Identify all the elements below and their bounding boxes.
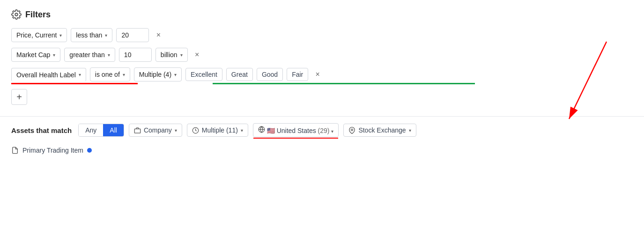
remove-filter-2-button[interactable]: × [192,49,203,60]
chevron-down-icon: ▾ [105,33,107,38]
chevron-down-icon: ▾ [53,52,55,58]
primary-trading-row: Primary Trading Item [0,144,644,161]
svg-point-0 [15,13,18,16]
filter-row-2: Market Cap ▾ greater than ▾ billion ▾ × [11,48,633,62]
field-dropdown-3[interactable]: Overall Health Label ▾ [11,68,86,81]
primary-trading-label: Primary Trading Item [22,147,83,154]
chevron-down-icon: ▾ [79,72,81,77]
blue-dot-indicator [87,148,92,153]
remove-filter-1-button[interactable]: × [153,30,164,41]
clock-icon [192,127,199,134]
assets-label: Assets that match [11,126,72,134]
tag-fair: Fair [287,68,308,81]
field-dropdown-1[interactable]: Price, Current ▾ [11,28,67,42]
chevron-down-icon: ▾ [175,128,177,133]
company-icon [134,127,141,134]
svg-point-7 [351,129,353,131]
us-red-underline [253,138,339,139]
operator-dropdown-1[interactable]: less than ▾ [71,28,112,42]
add-filter-button[interactable]: + [11,89,27,105]
value-input-1[interactable] [116,28,149,42]
field-dropdown-2[interactable]: Market Cap ▾ [11,48,60,62]
chevron-down-icon: ▾ [180,52,183,58]
filters-title: Filters [25,10,51,20]
svg-rect-3 [134,129,141,133]
multiple-dropdown-3[interactable]: Multiple (4) ▾ [134,67,182,81]
filter-row-3: Overall Health Label ▾ is one of ▾ Multi… [11,67,633,81]
tag-good: Good [257,68,283,81]
assets-bar: Assets that match Any All Company ▾ Mult… [0,117,644,144]
all-button[interactable]: All [103,124,124,136]
operator-dropdown-2[interactable]: greater than ▾ [64,48,115,62]
tag-excellent: Excellent [185,68,222,81]
filter-row-1: Price, Current ▾ less than ▾ × [11,28,633,42]
any-all-toggle: Any All [78,124,124,137]
chevron-down-icon: ▾ [331,129,333,134]
chevron-down-icon: ▾ [174,72,177,77]
red-underline [11,83,138,84]
globe-icon [258,126,265,133]
chevron-down-icon: ▾ [409,128,411,133]
any-button[interactable]: Any [79,124,103,136]
document-icon [11,147,19,154]
value-input-2[interactable] [119,48,152,62]
green-underline [213,83,475,84]
multiple-dropdown[interactable]: Multiple (11) ▾ [187,124,248,137]
chevron-down-icon: ▾ [59,33,62,38]
gear-icon [11,9,22,20]
unit-dropdown-2[interactable]: billion ▾ [155,48,188,62]
company-dropdown[interactable]: Company ▾ [129,124,182,137]
chevron-down-icon: ▾ [241,128,243,133]
exchange-dropdown[interactable]: Stock Exchange ▾ [343,124,416,137]
remove-filter-3-button[interactable]: × [312,69,323,80]
chevron-down-icon: ▾ [123,72,125,77]
location-icon [348,127,355,134]
region-dropdown[interactable]: 🇺🇸 United States (29) ▾ [253,123,339,137]
filters-header: Filters [11,9,633,20]
chevron-down-icon: ▾ [108,52,110,58]
operator-dropdown-3[interactable]: is one of ▾ [90,67,130,81]
tag-great: Great [226,68,253,81]
